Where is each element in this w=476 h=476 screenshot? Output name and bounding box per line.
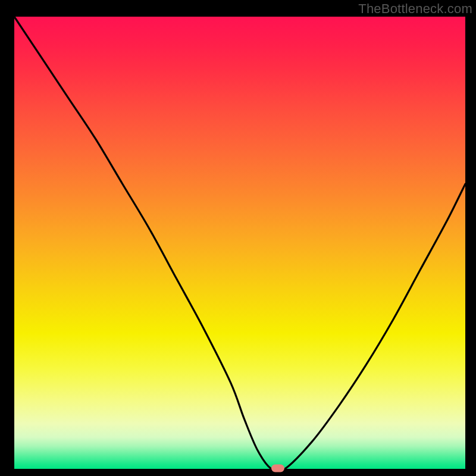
bottleneck-curve: [14, 17, 465, 469]
watermark-text: TheBottleneck.com: [358, 1, 472, 17]
plot-area: [14, 17, 465, 469]
curve-path: [14, 17, 465, 469]
optimal-point-marker: [271, 465, 284, 472]
chart-frame: TheBottleneck.com: [0, 0, 476, 476]
